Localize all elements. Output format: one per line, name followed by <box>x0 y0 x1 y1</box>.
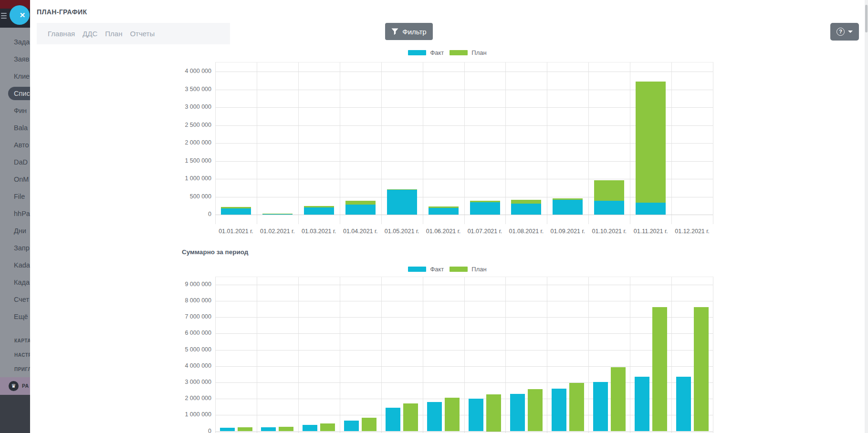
page-title: ПЛАН-ГРАФИК <box>37 8 87 16</box>
bar-fact <box>220 428 235 431</box>
close-icon: ✕ <box>20 11 26 20</box>
hamburger-menu-icon[interactable] <box>1 18 7 19</box>
grid-line-vertical <box>257 277 257 433</box>
bar-plan <box>486 394 501 432</box>
legend-label: План <box>471 266 486 273</box>
sidebar-item[interactable]: hhPa <box>0 205 30 222</box>
legend-label: План <box>471 49 486 56</box>
sidebar-item[interactable]: Фин <box>0 102 30 119</box>
bar-plan <box>320 423 335 431</box>
y-tick-label: 4 000 000 <box>168 68 211 74</box>
sidebar-item[interactable]: OnM <box>0 171 30 188</box>
sidebar-item-upgrade[interactable]: ♛ РА <box>0 377 30 395</box>
y-tick-label: 3 500 000 <box>168 86 211 93</box>
scrollbar-thumb[interactable] <box>865 5 868 32</box>
x-tick-label: 01.12.2021 г. <box>671 228 713 235</box>
hamburger-menu-icon[interactable] <box>1 13 7 14</box>
bar-plan <box>652 307 667 432</box>
sidebar-item[interactable]: Ещё <box>0 308 30 325</box>
grid-line-horizontal <box>215 317 713 318</box>
grid-line-vertical <box>215 277 216 433</box>
grid-line-horizontal <box>215 350 713 351</box>
sidebar-item[interactable]: Kada <box>0 257 30 274</box>
help-dropdown-button[interactable]: ? <box>830 23 859 41</box>
sidebar-item[interactable]: Авто <box>0 136 30 154</box>
sidebar-item[interactable]: File <box>0 188 30 205</box>
x-tick-label: 01.05.2021 г. <box>381 228 423 235</box>
sidebar-item[interactable]: Запр <box>0 239 30 257</box>
y-tick-label: 1 000 000 <box>168 411 211 418</box>
panel-tab-4[interactable]: Отчеты <box>130 30 155 38</box>
bar-fact <box>386 408 400 432</box>
bar-fact <box>345 205 376 215</box>
sidebar-item[interactable]: Када <box>0 274 30 291</box>
legend-label: Факт <box>430 266 444 273</box>
y-tick-label: 3 000 000 <box>168 103 211 110</box>
dimmed-app-backdrop: ЗадаЗаявКлиеСписФинBalaАвтоDaDOnMFilehhP… <box>0 0 30 433</box>
x-tick-label: 01.09.2021 г. <box>547 228 588 235</box>
panel-tab-1[interactable]: Главная <box>48 30 75 38</box>
grid-line-vertical <box>713 62 713 224</box>
grid-line-horizontal <box>215 285 713 285</box>
grid-line-vertical <box>713 277 713 433</box>
chart2-title: Суммарно за период <box>182 248 248 256</box>
x-tick-label: 01.10.2021 г. <box>588 228 630 235</box>
sidebar-footer-item[interactable]: КАРТА <box>0 334 30 348</box>
bar-fact <box>387 190 417 215</box>
y-tick-label: 0 <box>168 211 211 217</box>
sidebar-item[interactable]: Спис <box>8 87 30 100</box>
filter-button[interactable]: Фильтр <box>385 23 433 40</box>
hamburger-menu-icon[interactable] <box>1 15 7 16</box>
close-panel-button[interactable]: ✕ <box>10 5 30 25</box>
grid-line-horizontal <box>215 333 713 334</box>
panel-tab-2[interactable]: ДДС <box>83 30 97 38</box>
bar-fact <box>594 201 624 215</box>
bar-fact <box>635 377 649 432</box>
bar-fact <box>636 203 666 215</box>
vertical-scrollbar[interactable] <box>865 0 868 433</box>
grid-line-vertical <box>464 277 465 433</box>
sidebar-footer-item[interactable]: ПРИГЛ <box>0 362 30 377</box>
plot-top-border <box>215 277 713 277</box>
y-tick-label: 2 500 000 <box>168 122 211 128</box>
chevron-down-icon <box>848 31 853 33</box>
sidebar-item[interactable]: Заяв <box>0 51 30 68</box>
grid-line-vertical <box>298 277 299 433</box>
sidebar-item[interactable]: Клие <box>0 68 30 85</box>
x-tick-label: 01.07.2021 г. <box>464 228 506 235</box>
bar-plan <box>611 367 626 431</box>
y-tick-label: 4 000 000 <box>168 362 211 369</box>
y-tick-label: 2 000 000 <box>168 395 211 402</box>
bar-plan <box>362 418 376 431</box>
filter-button-label: Фильтр <box>402 28 426 36</box>
sidebar-item[interactable]: DaD <box>0 154 30 171</box>
grid-line-vertical <box>630 277 630 433</box>
sidebar-item[interactable]: Зада <box>0 33 30 51</box>
question-mark-icon: ? <box>837 28 845 36</box>
upgrade-label: РА <box>22 377 29 395</box>
sidebar-footer-item[interactable]: НАСТР <box>0 348 30 362</box>
legend-swatch-plan <box>450 267 468 272</box>
funnel-icon <box>391 28 398 35</box>
x-axis-line <box>215 215 713 215</box>
bar-fact <box>470 202 500 215</box>
x-axis-line <box>215 432 713 432</box>
y-tick-label: 7 000 000 <box>168 313 211 320</box>
bar-fact <box>429 208 459 215</box>
x-tick-label: 01.04.2021 г. <box>340 228 381 235</box>
grid-line-horizontal <box>215 366 713 367</box>
bar-fact <box>469 399 483 431</box>
grid-line-vertical <box>381 277 382 433</box>
y-tick-label: 5 000 000 <box>168 346 211 353</box>
bar-plan <box>694 307 709 432</box>
grid-line-vertical <box>588 277 589 433</box>
monthly-plan-fact-chart: 0500 0001 000 0001 500 0002 000 0002 500… <box>215 62 713 224</box>
bar-plan <box>403 403 418 431</box>
bar-plan <box>279 427 293 432</box>
legend-label: Факт <box>430 49 444 56</box>
panel-tab-3[interactable]: План <box>105 30 122 38</box>
sidebar-item[interactable]: Дни <box>0 222 30 239</box>
bar-plan <box>238 427 252 432</box>
sidebar-item[interactable]: Bala <box>0 119 30 136</box>
sidebar-item[interactable]: Счет <box>0 291 30 308</box>
